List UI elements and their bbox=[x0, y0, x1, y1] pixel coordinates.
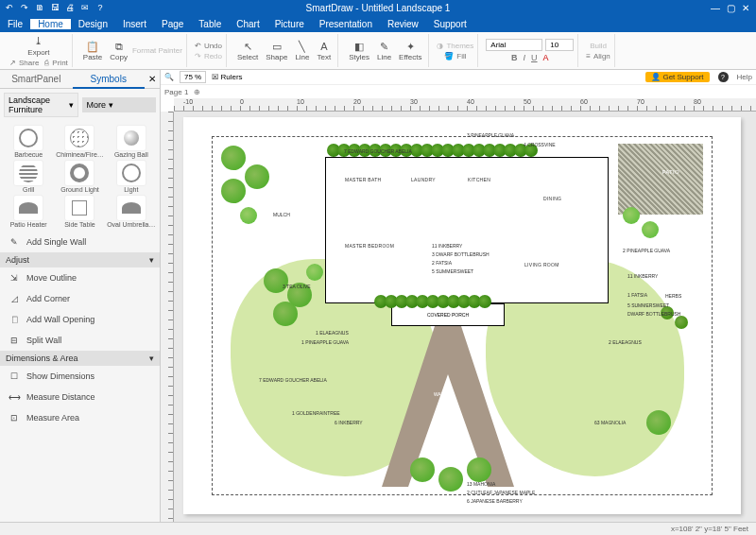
measure-area-button[interactable]: ⊡Measure Area bbox=[0, 407, 160, 428]
tree[interactable] bbox=[273, 302, 298, 326]
symbol-ground-light[interactable]: Ground Light bbox=[55, 160, 104, 193]
tree[interactable] bbox=[623, 207, 640, 224]
tree[interactable] bbox=[264, 268, 288, 293]
menu-page[interactable]: Page bbox=[154, 19, 191, 29]
copy-button[interactable]: ⧉Copy bbox=[107, 40, 130, 61]
tab-smartpanel[interactable]: SmartPanel bbox=[0, 70, 73, 89]
zoom-level[interactable]: 75 % bbox=[180, 71, 206, 83]
themes-button[interactable]: ◑Themes bbox=[437, 42, 473, 50]
print-button[interactable]: ⎙Print bbox=[44, 59, 67, 67]
font-color-button[interactable]: A bbox=[543, 53, 549, 62]
save-icon[interactable]: 🖫 bbox=[49, 2, 60, 13]
menu-support[interactable]: Support bbox=[426, 19, 474, 29]
symbol-oval-umbrella[interactable]: Oval Umbrella… bbox=[107, 195, 156, 228]
add-wall-opening-button[interactable]: ⎕Add Wall Opening bbox=[0, 309, 160, 330]
show-dimensions-button[interactable]: ☐Show Dimensions bbox=[0, 366, 160, 387]
underline-button[interactable]: U bbox=[531, 53, 538, 62]
symbol-more-button[interactable]: More ▾ bbox=[82, 97, 157, 112]
format-painter-button[interactable]: Format Painter bbox=[132, 46, 182, 55]
page[interactable]: PATIO MASTER BATH LAUNDRY KITCHEN DINING… bbox=[183, 117, 741, 514]
patio[interactable] bbox=[618, 144, 703, 215]
menu-design[interactable]: Design bbox=[71, 19, 115, 29]
minimize-button[interactable]: — bbox=[709, 2, 722, 13]
menu-file[interactable]: File bbox=[0, 19, 30, 29]
tree[interactable] bbox=[675, 316, 688, 329]
menu-home[interactable]: Home bbox=[30, 19, 71, 29]
tab-symbols[interactable]: Symbols bbox=[73, 70, 146, 89]
select-button[interactable]: ↖Select bbox=[234, 40, 261, 61]
help-icon[interactable]: ? bbox=[94, 2, 106, 13]
paste-button[interactable]: 📋Paste bbox=[80, 40, 105, 61]
align-button[interactable]: ≡Align bbox=[586, 52, 610, 60]
export-button[interactable]: ⤓Export bbox=[25, 35, 52, 57]
tree[interactable] bbox=[221, 179, 246, 203]
canvas[interactable]: PATIO MASTER BATH LAUNDRY KITCHEN DINING… bbox=[174, 112, 756, 522]
symbol-side-table[interactable]: Side Table bbox=[55, 195, 104, 228]
print-icon[interactable]: 🖨 bbox=[64, 2, 76, 13]
bold-button[interactable]: B bbox=[511, 53, 518, 62]
plant-label: 2 CUTLEAF JAPANESE MAPLE bbox=[467, 490, 535, 495]
landscape-drawing[interactable]: PATIO MASTER BATH LAUNDRY KITCHEN DINING… bbox=[193, 127, 731, 505]
tree[interactable] bbox=[245, 164, 269, 189]
get-support-button[interactable]: 👤 Get Support bbox=[645, 72, 709, 82]
menu-picture[interactable]: Picture bbox=[267, 19, 312, 29]
adjust-header[interactable]: Adjust▾ bbox=[0, 252, 160, 268]
redo-button[interactable]: ↷Redo bbox=[195, 52, 222, 60]
rulers-toggle[interactable]: ☒ Rulers bbox=[212, 73, 242, 81]
add-corner-button[interactable]: ◿Add Corner bbox=[0, 288, 160, 309]
menu-review[interactable]: Review bbox=[380, 19, 426, 29]
share-button[interactable]: ↗Share bbox=[9, 59, 39, 67]
symbol-barbecue[interactable]: Barbecue bbox=[4, 125, 53, 158]
shrub-row-porch[interactable] bbox=[377, 295, 528, 310]
house[interactable]: MASTER BATH LAUNDRY KITCHEN DINING MASTE… bbox=[325, 157, 609, 303]
tree[interactable] bbox=[467, 457, 491, 482]
tree[interactable] bbox=[410, 457, 435, 482]
symbol-grill[interactable]: Grill bbox=[4, 160, 53, 193]
redo-icon[interactable]: ↷ bbox=[19, 2, 30, 13]
add-page-button[interactable]: ⊕ bbox=[194, 88, 200, 96]
line-button[interactable]: ╲Line bbox=[292, 40, 312, 61]
italic-button[interactable]: I bbox=[524, 53, 526, 62]
menu-chart[interactable]: Chart bbox=[229, 19, 266, 29]
measure-distance-button[interactable]: ⟷Measure Distance bbox=[0, 387, 160, 407]
new-icon[interactable]: 🗎 bbox=[34, 2, 45, 13]
tree[interactable] bbox=[306, 264, 323, 281]
symbol-light[interactable]: Light bbox=[107, 160, 156, 193]
mail-icon[interactable]: ✉ bbox=[79, 2, 91, 13]
tree[interactable] bbox=[221, 146, 246, 170]
menu-insert[interactable]: Insert bbox=[115, 19, 154, 29]
maximize-button[interactable]: ▢ bbox=[724, 2, 737, 13]
plant-label: 1 ELAEAGNUS bbox=[316, 330, 349, 336]
symbol-chiminea[interactable]: Chiminea/Fire… bbox=[55, 125, 104, 158]
move-outline-button[interactable]: ⇲Move Outline bbox=[0, 268, 160, 288]
ribbon-group-tools: ↖Select ▭Shape ╲Line AText bbox=[231, 34, 338, 67]
close-button[interactable]: ✕ bbox=[739, 2, 752, 13]
tree[interactable] bbox=[240, 207, 257, 224]
tree[interactable] bbox=[438, 467, 463, 492]
effects-button[interactable]: ✦Effects bbox=[396, 40, 424, 61]
tree[interactable] bbox=[646, 410, 671, 435]
build-button[interactable]: Build bbox=[590, 42, 607, 50]
menu-presentation[interactable]: Presentation bbox=[312, 19, 380, 29]
menu-table[interactable]: Table bbox=[191, 19, 229, 29]
styles-button[interactable]: ◧Styles bbox=[346, 40, 372, 61]
fill-button[interactable]: 🪣Fill bbox=[444, 52, 466, 60]
page-tab[interactable]: Page 1 bbox=[164, 88, 188, 96]
font-size-select[interactable]: 10 bbox=[545, 39, 574, 51]
panel-close-button[interactable]: ✕ bbox=[145, 70, 160, 89]
zoom-in-icon[interactable]: 🔍 bbox=[164, 73, 174, 81]
symbol-gazing-ball[interactable]: Gazing Ball bbox=[107, 125, 156, 158]
symbol-patio-heater[interactable]: Patio Heater bbox=[4, 195, 53, 228]
add-single-wall-button[interactable]: ✎Add Single Wall bbox=[0, 232, 160, 252]
undo-icon[interactable]: ↶ bbox=[4, 2, 15, 13]
symbol-category-select[interactable]: Landscape Furniture▾ bbox=[4, 93, 78, 117]
line-style-button[interactable]: ✎Line bbox=[374, 40, 394, 61]
help-button[interactable]: ? bbox=[718, 72, 729, 82]
shape-button[interactable]: ▭Shape bbox=[263, 40, 290, 61]
dimensions-header[interactable]: Dimensions & Area▾ bbox=[0, 351, 160, 366]
font-family-select[interactable]: Arial bbox=[486, 39, 542, 51]
text-button[interactable]: AText bbox=[315, 40, 335, 61]
tree[interactable] bbox=[642, 221, 659, 238]
split-wall-button[interactable]: ⊟Split Wall bbox=[0, 330, 160, 351]
undo-button[interactable]: ↶Undo bbox=[195, 42, 222, 50]
